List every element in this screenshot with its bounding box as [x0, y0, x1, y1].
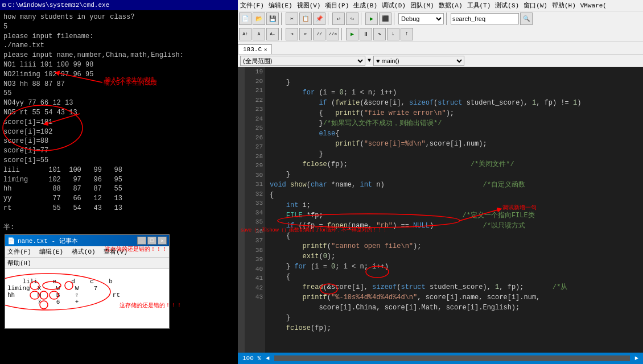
- ide-menu-file[interactable]: 文件(F): [240, 1, 264, 10]
- ide-toolbar: 📄 📂 💾 ✂ 📋 📌 ↩ ↪ ▶ ⬛ Debug 🔍 A↑ A A-: [238, 11, 643, 42]
- line-31: int i;: [270, 201, 311, 209]
- ide-code[interactable]: } for (i = 0; i < n; i++) if (fwrite(&sc…: [265, 67, 643, 353]
- toolbar-stepinto[interactable]: ↓: [387, 28, 399, 40]
- toolbar-b2[interactable]: A: [253, 28, 265, 40]
- func-dropdown[interactable]: ♥ main(): [373, 56, 464, 66]
- line-42: }: [270, 314, 290, 322]
- ide-menu-help[interactable]: 帮助(H): [552, 1, 576, 10]
- toolbar-pause[interactable]: ⏸: [360, 28, 372, 40]
- ide-tabs: 183.C ✕: [238, 42, 643, 55]
- line-38: {: [270, 273, 290, 281]
- line-27: fclose(fp); /*关闭文件*/: [270, 160, 514, 168]
- line-43: fclose(fp);: [270, 324, 331, 332]
- ide-menu-team[interactable]: 团队(M): [410, 1, 434, 10]
- line-20: for (i = 0; i < n; i++): [270, 89, 397, 97]
- notepad-error-label: 这存储的还是错的！！！: [119, 301, 182, 309]
- toolbar-b1[interactable]: A↑: [239, 28, 252, 40]
- line-37: } for (i = 0; i < n; i++): [270, 263, 389, 271]
- toolbar-undo[interactable]: ↩: [332, 13, 345, 25]
- toolbar-start[interactable]: ▶: [365, 13, 378, 25]
- notepad-text: lili e d c b liming X W W 7 hh M B ♀ rt …: [7, 278, 120, 305]
- line-24: else{: [270, 130, 339, 138]
- notepad-menu-format[interactable]: 格式(O): [72, 249, 96, 255]
- annotation-save-show: save（）和show（）函数都调用了for循环，不一样是对的！！！: [241, 226, 388, 234]
- ide-menu-build[interactable]: 生成(B): [353, 1, 377, 10]
- debug-dropdown[interactable]: Debug: [398, 13, 444, 24]
- notepad-minimize[interactable]: _: [137, 237, 146, 245]
- notepad-title: name.txt - 记事本: [18, 237, 78, 245]
- toolbar-search[interactable]: 🔍: [520, 13, 533, 25]
- toolbar-uncomment[interactable]: //×: [327, 28, 339, 40]
- line-36: exit(0);: [270, 253, 335, 260]
- toolbar-outdent[interactable]: ⇤: [299, 28, 312, 40]
- ide-editor[interactable]: 19 20 21 22 23 24 25 26 27 28 29 30 31 3…: [238, 67, 643, 353]
- ide-menu-test[interactable]: 测试(S): [495, 1, 519, 10]
- cmd-title: C:\Windows\system32\cmd.exe: [8, 2, 109, 9]
- ide-left-bar: [238, 67, 245, 353]
- toolbar-run[interactable]: ▶: [346, 28, 358, 40]
- scope-dropdown[interactable]: (全局范围): [240, 56, 365, 66]
- line-19: }: [270, 78, 290, 86]
- tab-close[interactable]: ✕: [264, 47, 267, 53]
- ide-menu-window[interactable]: 窗口(W): [524, 1, 547, 10]
- toolbar-sep3: [361, 13, 363, 25]
- notepad-restore[interactable]: □: [147, 237, 156, 245]
- notepad-close[interactable]: ✕: [158, 237, 167, 245]
- toolbar-copy[interactable]: 📋: [299, 13, 312, 25]
- toolbar-comment[interactable]: //: [313, 28, 325, 40]
- notepad-menubar2: 帮助(H): [5, 258, 169, 269]
- toolbar-sep7: [341, 28, 344, 40]
- tab-183c[interactable]: 183.C ✕: [238, 44, 272, 54]
- line-25: printf("score[i]=%d\n",score[i].num);: [270, 140, 487, 148]
- ide-menu-data[interactable]: 数据(A): [439, 1, 463, 10]
- toolbar-sep1: [281, 13, 283, 25]
- ide-menu-view[interactable]: 视图(V): [297, 1, 321, 10]
- toolbar-sep6: [281, 28, 283, 40]
- notepad-titlebar: 📄 name.txt - 记事本 _ □ ✕: [5, 235, 169, 246]
- toolbar-save[interactable]: 💾: [266, 13, 279, 25]
- ide-menubar: 文件(F) 编辑(E) 视图(V) 项目(P) 生成(B) 调试(D) 团队(M…: [238, 0, 643, 11]
- notepad-menu-edit[interactable]: 编辑(E): [39, 249, 63, 255]
- toolbar-indent[interactable]: ⇥: [286, 28, 298, 40]
- search-input[interactable]: [451, 13, 519, 24]
- toolbar-redo[interactable]: ↪: [346, 13, 358, 25]
- line-30: {: [270, 191, 274, 199]
- ide-window: 文件(F) 编辑(E) 视图(V) 项目(P) 生成(B) 调试(D) 团队(M…: [238, 0, 643, 364]
- ide-menu-edit[interactable]: 编辑(E): [269, 1, 292, 10]
- toolbar-open[interactable]: 📂: [253, 13, 265, 25]
- toolbar-stepout[interactable]: ↑: [401, 28, 413, 40]
- toolbar-paste[interactable]: 📌: [313, 13, 325, 25]
- ide-menu-tools[interactable]: 工具(T): [467, 1, 491, 10]
- toolbar-new[interactable]: 📄: [239, 13, 252, 25]
- notepad-icon: 📄: [7, 237, 15, 245]
- toolbar-sep5: [446, 13, 448, 25]
- notepad-menu-help[interactable]: 帮助(H): [7, 260, 31, 267]
- notepad-error-annotation: 这存储的还是错的！！！: [105, 245, 167, 253]
- statusbar-scrollbar[interactable]: [274, 355, 630, 361]
- toolbar-stop[interactable]: ⬛: [379, 13, 391, 25]
- notepad-content[interactable]: lili e d c b liming X W W 7 hh M B ♀ rt …: [5, 269, 169, 328]
- toolbar-sep4: [394, 13, 396, 25]
- toolbar-cut[interactable]: ✂: [286, 13, 298, 25]
- line-23: }/*如果写入文件不成功，则输出错误*/: [270, 119, 442, 127]
- line-21: if (fwrite(&score[i], sizeof(struct stud…: [270, 99, 581, 107]
- line-40: printf("%-10s%4d%4d%4d%4d\n", score[i].n…: [270, 293, 540, 301]
- notepad-controls: _ □ ✕: [137, 237, 167, 245]
- line-39: fread(&score[i], sizeof(struct student_s…: [270, 283, 567, 291]
- toolbar-step[interactable]: ↷: [373, 28, 386, 40]
- cmd-content[interactable]: how many students in your class? 5 pleas…: [0, 10, 238, 234]
- cmd-titlebar: ⊞ C:\Windows\system32\cmd.exe: [0, 0, 238, 10]
- cmd-icon: ⊞: [2, 2, 6, 9]
- scope-arrow: ▼: [368, 57, 371, 64]
- tab-label: 183.C: [243, 46, 262, 53]
- notepad-menu-file[interactable]: 文件(F): [7, 249, 31, 255]
- ide-menu-project[interactable]: 项目(P): [325, 1, 349, 10]
- toolbar-sep2: [328, 13, 330, 25]
- line-32: FILE *fp; /*定义一个指向FILE类: [270, 212, 535, 220]
- ide-menu-vmware[interactable]: VMware(: [580, 2, 607, 9]
- line-22: { printf("file write error\n");: [270, 109, 454, 117]
- ide-gutter: 19 20 21 22 23 24 25 26 27 28 29 30 31 3…: [245, 67, 265, 353]
- ide-menu-debug[interactable]: 调试(D): [382, 1, 406, 10]
- notepad-window: 📄 name.txt - 记事本 _ □ ✕ 文件(F) 编辑(E) 格式(O)…: [5, 234, 170, 329]
- toolbar-b3[interactable]: A-: [266, 28, 279, 40]
